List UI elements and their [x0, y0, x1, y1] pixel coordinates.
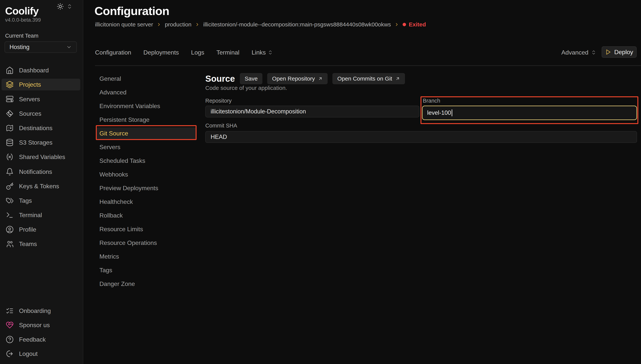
- sidebar-item-label: S3 Storages: [19, 139, 53, 146]
- map-icon: [6, 124, 14, 132]
- branch-input[interactable]: level-100: [422, 106, 637, 120]
- theme-mode-selector[interactable]: [66, 2, 73, 11]
- chevrons-up-down-icon: [591, 50, 596, 55]
- current-team-label: Current Team: [5, 33, 39, 39]
- team-select[interactable]: Hosting: [5, 42, 77, 53]
- key-icon: [6, 182, 14, 190]
- sidebar-item-label: Tags: [19, 197, 32, 204]
- open-commits-label: Open Commits on Git: [337, 76, 392, 82]
- breadcrumb-environment[interactable]: production: [165, 21, 191, 28]
- app-logo: Coolify: [5, 5, 39, 17]
- subnav-item-tags[interactable]: Tags: [96, 264, 196, 276]
- repository-input[interactable]: illicitestonion/Module-Decomposition: [205, 106, 419, 118]
- tab-logs[interactable]: Logs: [191, 49, 204, 56]
- save-label: Save: [245, 76, 258, 82]
- commit-sha-input[interactable]: HEAD: [205, 131, 637, 143]
- source-heading: Source: [205, 74, 235, 84]
- sidebar-item-s3-storages[interactable]: S3 Storages: [2, 136, 80, 148]
- sidebar-item-profile[interactable]: Profile: [2, 224, 80, 236]
- breadcrumb-project[interactable]: illicitonion quote server: [95, 21, 153, 28]
- subnav-label: Environment Variables: [100, 102, 160, 110]
- sidebar-item-logout[interactable]: Logout: [2, 348, 80, 360]
- sidebar-item-servers[interactable]: Servers: [2, 93, 80, 105]
- deploy-button[interactable]: Deploy: [602, 46, 637, 58]
- tab-links[interactable]: Links: [252, 49, 273, 56]
- sidebar-item-destinations[interactable]: Destinations: [2, 122, 80, 134]
- database-icon: [6, 138, 14, 146]
- subnav-item-persistent-storage[interactable]: Persistent Storage: [96, 114, 196, 126]
- sidebar-item-label: Destinations: [19, 125, 53, 132]
- sidebar: Coolify v4.0.0-beta.399 Current Team Hos…: [0, 0, 83, 364]
- subnav-item-advanced[interactable]: Advanced: [96, 86, 196, 98]
- sidebar-item-keys-tokens[interactable]: Keys & Tokens: [2, 180, 80, 192]
- subnav-label: Rollback: [100, 212, 123, 219]
- subnav-label: Persistent Storage: [100, 116, 149, 123]
- sidebar-item-label: Servers: [19, 96, 40, 103]
- tab-deployments[interactable]: Deployments: [143, 49, 179, 56]
- sidebar-item-onboarding[interactable]: Onboarding: [2, 305, 80, 317]
- subnav-item-resource-limits[interactable]: Resource Limits: [96, 223, 196, 235]
- subnav-item-git-source[interactable]: Git Source: [96, 127, 196, 140]
- text-cursor: [452, 110, 452, 116]
- tab-label: Terminal: [216, 49, 239, 56]
- bell-icon: [6, 168, 14, 176]
- checklist-icon: [6, 307, 14, 315]
- subnav-label: Danger Zone: [100, 280, 135, 288]
- sidebar-item-label: Teams: [19, 240, 37, 248]
- tab-configuration[interactable]: Configuration: [95, 49, 131, 56]
- theme-toggle-button[interactable]: [56, 2, 65, 11]
- source-header: Source Save Open Repository Open Commits…: [205, 73, 405, 84]
- advanced-dropdown[interactable]: Advanced: [561, 47, 596, 58]
- subnav-item-scheduled-tasks[interactable]: Scheduled Tasks: [96, 155, 196, 167]
- status-badge: Exited: [403, 21, 426, 28]
- subnav-label: Servers: [100, 144, 120, 151]
- subnav-item-preview-deployments[interactable]: Preview Deployments: [96, 182, 196, 194]
- subnav-item-healthcheck[interactable]: Healthcheck: [96, 196, 196, 208]
- subnav-item-danger-zone[interactable]: Danger Zone: [96, 278, 196, 290]
- breadcrumb-chevron-icon: [394, 22, 399, 27]
- tags-icon: [6, 197, 14, 204]
- help-circle-icon: [6, 336, 14, 344]
- breadcrumb-application[interactable]: illicitestonion/-module--decomposition:m…: [203, 21, 391, 28]
- sun-icon: [57, 3, 64, 10]
- sidebar-item-projects[interactable]: Projects: [2, 79, 80, 90]
- subnav-label: Webhooks: [100, 171, 128, 178]
- terminal-icon: [6, 211, 14, 219]
- sidebar-item-label: Dashboard: [19, 67, 49, 74]
- sidebar-item-dashboard[interactable]: Dashboard: [2, 64, 80, 76]
- save-button[interactable]: Save: [240, 73, 262, 84]
- subnav-item-resource-operations[interactable]: Resource Operations: [96, 237, 196, 249]
- subnav-label: General: [100, 75, 121, 82]
- subnav-label: Advanced: [100, 89, 126, 96]
- sidebar-item-tags[interactable]: Tags: [2, 195, 80, 206]
- sidebar-item-label: Logout: [19, 350, 38, 357]
- commit-sha-value: HEAD: [211, 134, 227, 140]
- subnav-item-servers[interactable]: Servers: [96, 141, 196, 153]
- sidebar-item-feedback[interactable]: Feedback: [2, 334, 80, 346]
- open-repository-button[interactable]: Open Repository: [267, 73, 328, 84]
- breadcrumb: illicitonion quote server production ill…: [95, 21, 426, 28]
- sidebar-item-label: Profile: [19, 226, 36, 233]
- sidebar-item-shared-variables[interactable]: Shared Variables: [2, 151, 80, 163]
- sidebar-item-label: Shared Variables: [19, 154, 65, 160]
- repository-value: illicitestonion/Module-Decomposition: [211, 108, 306, 115]
- subnav-label: Git Source: [100, 130, 128, 137]
- sidebar-item-sources[interactable]: Sources: [2, 108, 80, 120]
- open-commits-button[interactable]: Open Commits on Git: [332, 73, 405, 84]
- subnav-item-general[interactable]: General: [96, 72, 196, 85]
- subnav-item-webhooks[interactable]: Webhooks: [96, 168, 196, 180]
- home-icon: [6, 66, 14, 74]
- subnav-item-metrics[interactable]: Metrics: [96, 250, 196, 262]
- subnav-item-environment-variables[interactable]: Environment Variables: [96, 100, 196, 112]
- open-repository-label: Open Repository: [272, 76, 315, 82]
- tab-terminal[interactable]: Terminal: [216, 49, 239, 56]
- subnav-item-rollback[interactable]: Rollback: [96, 209, 196, 222]
- subnav-label: Metrics: [100, 253, 119, 260]
- variable-icon: [6, 153, 14, 161]
- subnav-label: Resource Limits: [100, 226, 143, 233]
- sidebar-item-notifications[interactable]: Notifications: [2, 166, 80, 178]
- sidebar-item-sponsor-us[interactable]: Sponsor us: [2, 319, 80, 331]
- sidebar-item-terminal[interactable]: Terminal: [2, 209, 80, 221]
- tab-label: Links: [252, 49, 266, 56]
- sidebar-item-teams[interactable]: Teams: [2, 238, 80, 250]
